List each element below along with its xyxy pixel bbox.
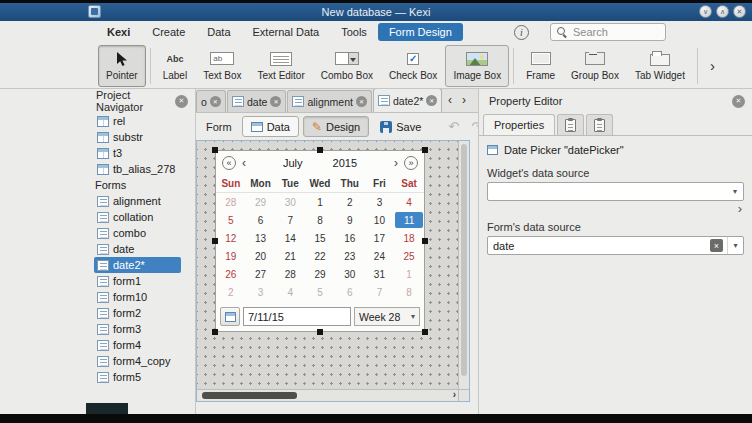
check-box-tool-button[interactable]: ✓ Check Box: [381, 45, 445, 87]
calendar-day-cell[interactable]: 29: [305, 265, 335, 283]
tab-close-icon[interactable]: ✕: [356, 96, 367, 107]
calendar-day-cell[interactable]: 25: [394, 247, 424, 265]
clear-icon[interactable]: ×: [710, 239, 723, 252]
resize-handle-bottom-right[interactable]: [422, 329, 428, 335]
document-tab-alignment[interactable]: alignment✕: [287, 90, 372, 112]
tab-properties[interactable]: Properties: [483, 114, 555, 135]
calendar-day-cell[interactable]: 26: [216, 265, 246, 283]
calendar-day-cell[interactable]: 3: [365, 193, 395, 211]
tree-item-form4[interactable]: form4: [94, 337, 195, 353]
tab-scroll-left-icon[interactable]: ‹: [444, 93, 456, 107]
calendar-day-cell[interactable]: 15: [305, 229, 335, 247]
widget-data-source-combo[interactable]: ▾: [487, 182, 744, 201]
form-data-source-combo[interactable]: date × ▾: [487, 236, 744, 255]
calendar-day-cell[interactable]: 5: [216, 211, 246, 229]
text-box-tool-button[interactable]: ab Text Box: [195, 45, 249, 87]
calendar-day-cell[interactable]: 17: [365, 229, 395, 247]
calendar-day-cell[interactable]: 29: [246, 193, 276, 211]
save-button[interactable]: Save: [373, 116, 428, 137]
tree-item-substr[interactable]: substr: [94, 129, 195, 145]
calendar-day-cell[interactable]: 13: [246, 229, 276, 247]
toolbar-overflow-chevron-icon[interactable]: ›: [710, 57, 715, 74]
tree-item-tb-alias-278[interactable]: tb_alias_278: [94, 161, 195, 177]
tab-close-icon[interactable]: ✕: [210, 96, 221, 107]
tree-item-form10[interactable]: form10: [94, 289, 195, 305]
combo-box-tool-button[interactable]: Combo Box: [313, 45, 381, 87]
tab-data-source-icon-1[interactable]: [557, 114, 584, 135]
panel-close-icon[interactable]: ✕: [175, 95, 188, 108]
vertical-scrollbar[interactable]: [458, 141, 469, 389]
text-editor-tool-button[interactable]: Text Editor: [250, 45, 313, 87]
tree-item-t3[interactable]: t3: [94, 145, 195, 161]
calendar-day-cell[interactable]: 18: [394, 229, 424, 247]
prev-month-button[interactable]: ‹: [240, 156, 248, 170]
calendar-day-cell[interactable]: 4: [275, 283, 305, 301]
calendar-day-cell[interactable]: 9: [335, 211, 365, 229]
calendar-day-cell[interactable]: 28: [275, 265, 305, 283]
info-icon[interactable]: i: [514, 25, 529, 40]
tab-close-icon[interactable]: ✕: [426, 95, 437, 106]
calendar-day-cell[interactable]: 16: [335, 229, 365, 247]
document-tab-o[interactable]: o✕: [196, 90, 226, 112]
year-label[interactable]: 2015: [333, 157, 357, 169]
label-tool-button[interactable]: Abc Label: [155, 45, 195, 87]
group-box-tool-button[interactable]: Group Box: [563, 45, 627, 87]
tree-item-combo[interactable]: combo: [94, 225, 195, 241]
next-month-button[interactable]: ›: [392, 156, 400, 170]
tree-item-form2[interactable]: form2: [94, 305, 195, 321]
calendar-day-cell[interactable]: 20: [246, 247, 276, 265]
tab-scroll-right-icon[interactable]: ›: [458, 93, 470, 107]
calendar-day-cell[interactable]: 8: [305, 211, 335, 229]
prev-year-button[interactable]: «: [222, 156, 236, 170]
scroll-right-arrow-icon[interactable]: ›: [453, 389, 456, 401]
resize-handle-top-left[interactable]: [212, 147, 218, 153]
calendar-day-cell[interactable]: 8: [394, 283, 424, 301]
calendar-day-cell[interactable]: 4: [394, 193, 424, 211]
calendar-day-cell[interactable]: 2: [335, 193, 365, 211]
menu-tab-data[interactable]: Data: [196, 23, 241, 41]
calendar-day-cell[interactable]: 3: [246, 283, 276, 301]
tree-item-date[interactable]: date: [94, 241, 195, 257]
calendar-day-cell[interactable]: 12: [216, 229, 246, 247]
document-tab-date2[interactable]: date2*✕: [373, 89, 442, 112]
resize-handle-mid-right[interactable]: [422, 238, 428, 244]
resize-handle-top-right[interactable]: [422, 147, 428, 153]
menu-tab-create[interactable]: Create: [141, 23, 196, 41]
calendar-day-cell[interactable]: 28: [216, 193, 246, 211]
resize-handle-bottom-center[interactable]: [317, 329, 323, 335]
calendar-day-cell[interactable]: 7: [275, 211, 305, 229]
calendar-day-cell[interactable]: 10: [365, 211, 395, 229]
tab-close-icon[interactable]: ✕: [270, 96, 281, 107]
tree-item-alignment[interactable]: alignment: [94, 193, 195, 209]
date-popup-button[interactable]: [220, 307, 240, 326]
calendar-day-cell[interactable]: 30: [335, 265, 365, 283]
date-input[interactable]: 7/11/15: [243, 307, 351, 326]
month-label[interactable]: July: [283, 157, 303, 169]
calendar-day-cell[interactable]: 1: [394, 265, 424, 283]
calendar-day-cell[interactable]: 6: [335, 283, 365, 301]
scrollbar-thumb[interactable]: [202, 392, 297, 399]
resize-handle-top-center[interactable]: [317, 147, 323, 153]
calendar-day-cell[interactable]: 30: [275, 193, 305, 211]
menu-tab-tools[interactable]: Tools: [330, 23, 378, 41]
calendar-day-cell[interactable]: 31: [365, 265, 395, 283]
calendar-day-cell[interactable]: 1: [305, 193, 335, 211]
calendar-day-cell[interactable]: 21: [275, 247, 305, 265]
calendar-day-cell[interactable]: 23: [335, 247, 365, 265]
menu-tab-form-design[interactable]: Form Design: [378, 23, 463, 41]
data-mode-button[interactable]: Data: [242, 116, 299, 137]
tree-item-rel[interactable]: rel: [94, 113, 195, 129]
calendar-day-cell[interactable]: 2: [216, 283, 246, 301]
tree-item-form3[interactable]: form3: [94, 321, 195, 337]
menu-tab-kexi[interactable]: Kexi: [96, 23, 141, 41]
calendar-day-cell[interactable]: 24: [365, 247, 395, 265]
design-mode-button[interactable]: ✎ Design: [303, 116, 369, 137]
tree-item-form5[interactable]: form5: [94, 369, 195, 385]
next-year-button[interactable]: »: [404, 156, 418, 170]
calendar-day-cell[interactable]: 6: [246, 211, 276, 229]
document-tab-date[interactable]: date✕: [227, 90, 286, 112]
pointer-tool-button[interactable]: Pointer: [98, 45, 146, 87]
section-expander[interactable]: ›: [479, 201, 752, 214]
horizontal-scrollbar[interactable]: ›: [197, 389, 458, 401]
search-input[interactable]: Search: [550, 23, 666, 41]
